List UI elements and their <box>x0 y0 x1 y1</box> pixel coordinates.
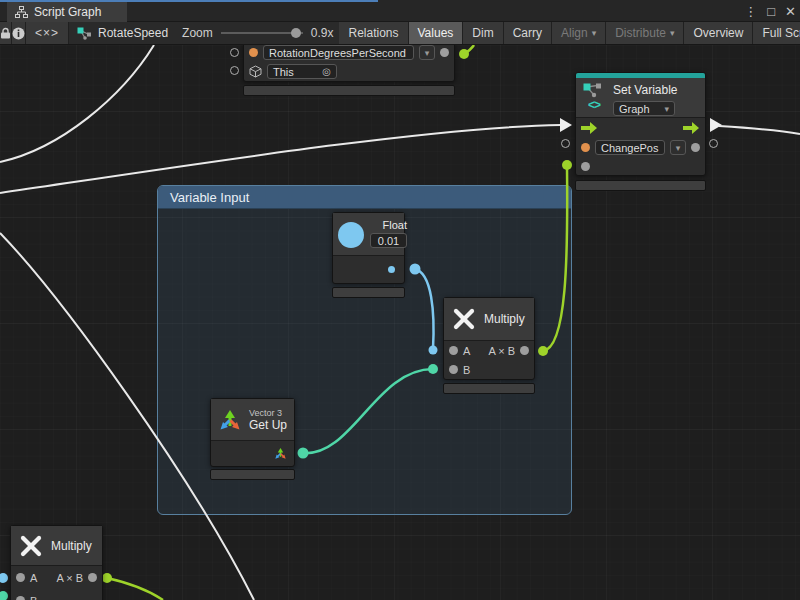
wire-white-topleft[interactable] <box>0 45 154 162</box>
port-output-result[interactable] <box>520 346 529 355</box>
object-picker-icon[interactable]: ◎ <box>322 66 331 77</box>
target-object-field[interactable]: This ◎ <box>267 64 337 79</box>
port-hollow[interactable] <box>709 139 718 148</box>
wire-endpoint <box>429 346 438 355</box>
node-set-variable[interactable]: <> Set Variable Graph ▾ <box>575 72 706 176</box>
tab-script-graph[interactable]: Script Graph <box>7 2 127 22</box>
port-float-output[interactable] <box>388 266 395 273</box>
graph-tree-icon <box>15 6 28 18</box>
node-footer[interactable] <box>443 383 535 394</box>
port-input-b[interactable] <box>449 365 458 374</box>
wire-endpoint <box>538 346 548 356</box>
toolbar-button-distribute[interactable]: Distribute▾ <box>606 22 684 44</box>
wire-endpoint <box>102 573 112 583</box>
flow-in-arrow[interactable] <box>581 122 598 134</box>
port-hollow[interactable] <box>230 66 239 75</box>
node-type-label: Vector 3 <box>249 408 287 418</box>
code-brackets-icon: <> <box>588 98 600 112</box>
multiply-x-icon <box>451 306 477 332</box>
wire-endpoint <box>410 264 421 275</box>
toolbar-button-fullscreen[interactable]: Full Screen <box>753 22 800 44</box>
variable-name-field[interactable]: ChangePos <box>595 140 665 155</box>
toolbar-button-overview[interactable]: Overview <box>684 22 753 44</box>
chevron-down-icon: ▾ <box>664 104 669 114</box>
graph-node-icon <box>77 27 92 40</box>
zoom-control: Zoom 0.9x <box>176 22 339 44</box>
graph-name-label: RotateSpeed <box>98 26 168 40</box>
port-hollow[interactable] <box>230 48 239 57</box>
node-title: Float <box>383 219 407 231</box>
node-float-literal[interactable]: Float 0.01 <box>332 212 405 284</box>
port-input-a[interactable] <box>449 346 458 355</box>
variable-dropdown-button[interactable]: ▾ <box>419 45 435 60</box>
maximize-icon[interactable]: □ <box>767 4 775 19</box>
window-menu-icon[interactable]: ⋮ <box>744 4 757 19</box>
float-value-input[interactable]: 0.01 <box>370 233 407 248</box>
wire-endpoint <box>0 591 8 600</box>
wire-green-multiply-to-setvariable[interactable] <box>543 167 567 351</box>
float-type-icon <box>338 222 364 248</box>
node-multiply-group[interactable]: Multiply A A × B B <box>443 297 535 380</box>
multiply-x-icon <box>18 533 44 559</box>
graph-toolbar: <×> RotateSpeed Zoom 0.9x Relations Valu… <box>0 22 800 45</box>
node-footer[interactable] <box>210 469 295 480</box>
info-button[interactable] <box>12 22 26 44</box>
graph-canvas[interactable]: Variable Input <box>0 45 800 600</box>
chevron-down-icon: ▾ <box>592 28 597 38</box>
wire-endpoint <box>459 49 469 59</box>
node-footer[interactable] <box>575 180 706 191</box>
info-icon <box>12 27 25 40</box>
zoom-slider-handle[interactable] <box>291 28 301 38</box>
tab-bar: Script Graph ⋮ □ ✕ <box>0 0 800 22</box>
port-output[interactable] <box>440 48 449 57</box>
toolbar-button-relations[interactable]: Relations <box>339 22 408 44</box>
toolbar-button-align[interactable]: Align▾ <box>552 22 606 44</box>
wire-white-into-setvariable[interactable] <box>0 125 561 193</box>
zoom-label: Zoom <box>182 26 213 40</box>
wire-white-out-of-setvariable[interactable] <box>719 126 800 134</box>
chevron-down-icon: ▾ <box>676 143 681 153</box>
zoom-value: 0.9x <box>311 26 334 40</box>
port-value-orange[interactable] <box>581 143 590 152</box>
wire-green-bottom-multiply[interactable] <box>107 578 163 600</box>
port-value-orange[interactable] <box>249 48 258 57</box>
node-footer[interactable] <box>332 287 405 298</box>
toolbar-button-values[interactable]: Values <box>409 22 464 44</box>
scope-dropdown[interactable]: Graph ▾ <box>613 101 675 116</box>
graph-reference[interactable]: RotateSpeed <box>69 22 176 44</box>
wire-blue-float-to-multiply[interactable] <box>415 269 434 349</box>
port-input-b[interactable] <box>16 596 25 600</box>
tab-label: Script Graph <box>34 5 101 19</box>
node-get-variable[interactable]: RotationDegreesPerSecond ▾ This ◎ <box>243 45 455 82</box>
wire-arrowhead-in <box>560 118 572 132</box>
wire-endpoint <box>0 573 8 583</box>
toolbar-button-carry[interactable]: Carry <box>504 22 552 44</box>
variable-dropdown-button[interactable]: ▾ <box>670 140 686 155</box>
node-vector3-get-up[interactable]: Vector 3 Get Up <box>210 398 295 467</box>
port-hollow[interactable] <box>561 139 570 148</box>
port-input-a[interactable] <box>16 573 25 582</box>
node-title: Set Variable <box>613 83 677 97</box>
wire-teal-getup-to-multiply[interactable] <box>303 369 433 453</box>
gameobject-cube-icon <box>249 65 262 78</box>
wire-endpoint <box>298 448 309 459</box>
wire-endpoint <box>428 364 438 374</box>
variable-name-dropdown[interactable]: RotationDegreesPerSecond <box>263 45 414 60</box>
zoom-slider[interactable] <box>221 32 303 34</box>
port-output-result[interactable] <box>88 573 97 582</box>
node-multiply-bottom[interactable]: Multiply A A × B B <box>10 525 103 600</box>
script-graph-window: Script Graph ⋮ □ ✕ <×> <box>0 0 800 600</box>
flow-out-arrow[interactable] <box>683 122 700 134</box>
close-icon[interactable]: ✕ <box>785 4 796 19</box>
code-view-button[interactable]: <×> <box>26 22 69 44</box>
chevron-down-icon: ▾ <box>670 28 675 38</box>
node-title: Get Up <box>249 418 287 432</box>
vector3-axes-icon <box>218 408 242 432</box>
lock-button[interactable] <box>0 22 12 44</box>
port-input[interactable] <box>581 162 590 171</box>
wire-arrowhead-out <box>710 118 722 132</box>
port-output[interactable] <box>691 143 700 152</box>
port-vector3-output[interactable] <box>274 447 287 460</box>
toolbar-button-dim[interactable]: Dim <box>463 22 503 44</box>
node-footer[interactable] <box>243 85 455 96</box>
